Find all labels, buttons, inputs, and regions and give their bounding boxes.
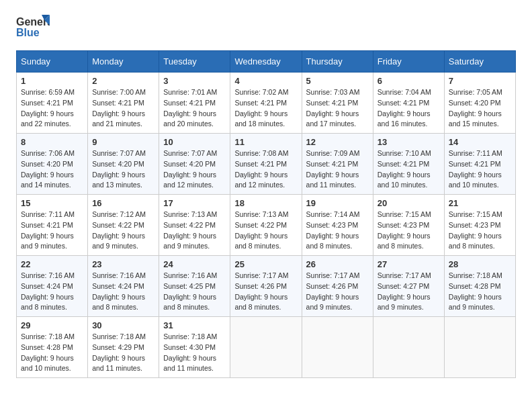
calendar-cell: 7 Sunrise: 7:05 AM Sunset: 4:20 PM Dayli… (444, 73, 515, 134)
day-info: Sunrise: 7:18 AM Sunset: 4:28 PM Dayligh… (21, 332, 83, 374)
day-info: Sunrise: 7:09 AM Sunset: 4:21 PM Dayligh… (306, 148, 369, 191)
calendar-cell (302, 317, 373, 378)
day-info: Sunrise: 7:02 AM Sunset: 4:21 PM Dayligh… (234, 87, 297, 130)
calendar-week-5: 29 Sunrise: 7:18 AM Sunset: 4:28 PM Dayl… (17, 317, 516, 378)
day-number: 18 (234, 198, 297, 208)
calendar-cell: 31 Sunrise: 7:18 AM Sunset: 4:30 PM Dayl… (159, 317, 230, 378)
day-info: Sunrise: 7:10 AM Sunset: 4:21 PM Dayligh… (378, 148, 440, 191)
calendar-table: SundayMondayTuesdayWednesdayThursdayFrid… (16, 50, 516, 378)
weekday-tuesday: Tuesday (159, 51, 230, 73)
day-info: Sunrise: 7:16 AM Sunset: 4:24 PM Dayligh… (21, 271, 83, 313)
calendar-cell: 3 Sunrise: 7:01 AM Sunset: 4:21 PM Dayli… (159, 73, 230, 134)
day-info: Sunrise: 7:17 AM Sunset: 4:26 PM Dayligh… (306, 271, 369, 313)
day-number: 20 (378, 198, 440, 208)
day-number: 23 (92, 259, 154, 269)
calendar-cell: 30 Sunrise: 7:18 AM Sunset: 4:29 PM Dayl… (88, 317, 159, 378)
calendar-cell: 23 Sunrise: 7:16 AM Sunset: 4:24 PM Dayl… (88, 256, 159, 317)
day-info: Sunrise: 7:16 AM Sunset: 4:25 PM Dayligh… (163, 271, 226, 313)
day-number: 17 (163, 198, 226, 208)
calendar-cell (444, 317, 515, 378)
day-info: Sunrise: 7:03 AM Sunset: 4:21 PM Dayligh… (306, 87, 369, 130)
day-number: 5 (306, 76, 369, 86)
calendar-cell: 8 Sunrise: 7:06 AM Sunset: 4:20 PM Dayli… (17, 134, 88, 195)
day-info: Sunrise: 7:05 AM Sunset: 4:20 PM Dayligh… (449, 87, 511, 130)
day-info: Sunrise: 7:17 AM Sunset: 4:27 PM Dayligh… (378, 271, 440, 313)
day-info: Sunrise: 7:00 AM Sunset: 4:21 PM Dayligh… (92, 87, 154, 130)
day-number: 21 (449, 198, 511, 208)
page-header: General Blue (16, 13, 516, 46)
day-number: 25 (234, 259, 297, 269)
day-info: Sunrise: 7:14 AM Sunset: 4:23 PM Dayligh… (306, 210, 369, 252)
day-info: Sunrise: 7:06 AM Sunset: 4:20 PM Dayligh… (21, 148, 83, 191)
calendar-week-1: 1 Sunrise: 6:59 AM Sunset: 4:21 PM Dayli… (17, 73, 516, 134)
day-number: 13 (378, 137, 440, 147)
day-number: 7 (449, 76, 511, 86)
weekday-sunday: Sunday (17, 51, 88, 73)
calendar-cell: 9 Sunrise: 7:07 AM Sunset: 4:20 PM Dayli… (88, 134, 159, 195)
svg-text:Blue: Blue (16, 27, 40, 38)
day-number: 16 (92, 198, 154, 208)
calendar-cell: 21 Sunrise: 7:15 AM Sunset: 4:23 PM Dayl… (444, 195, 515, 256)
day-number: 31 (163, 320, 226, 330)
day-info: Sunrise: 7:11 AM Sunset: 4:21 PM Dayligh… (21, 210, 83, 252)
day-number: 10 (163, 137, 226, 147)
logo: General Blue (16, 13, 50, 46)
day-number: 1 (21, 76, 83, 86)
calendar-cell (230, 317, 302, 378)
day-number: 9 (92, 137, 154, 147)
day-number: 2 (92, 76, 154, 86)
day-info: Sunrise: 7:07 AM Sunset: 4:20 PM Dayligh… (163, 148, 226, 191)
weekday-saturday: Saturday (444, 51, 515, 73)
day-number: 30 (92, 320, 154, 330)
calendar-body: 1 Sunrise: 6:59 AM Sunset: 4:21 PM Dayli… (17, 73, 516, 378)
day-info: Sunrise: 7:11 AM Sunset: 4:21 PM Dayligh… (449, 148, 511, 191)
day-number: 29 (21, 320, 83, 330)
calendar-cell: 20 Sunrise: 7:15 AM Sunset: 4:23 PM Dayl… (373, 195, 444, 256)
calendar-cell: 27 Sunrise: 7:17 AM Sunset: 4:27 PM Dayl… (373, 256, 444, 317)
calendar-week-2: 8 Sunrise: 7:06 AM Sunset: 4:20 PM Dayli… (17, 134, 516, 195)
day-info: Sunrise: 6:59 AM Sunset: 4:21 PM Dayligh… (21, 87, 83, 130)
day-info: Sunrise: 7:13 AM Sunset: 4:22 PM Dayligh… (234, 210, 297, 252)
calendar-cell: 12 Sunrise: 7:09 AM Sunset: 4:21 PM Dayl… (302, 134, 373, 195)
calendar-cell: 6 Sunrise: 7:04 AM Sunset: 4:21 PM Dayli… (373, 73, 444, 134)
calendar-week-3: 15 Sunrise: 7:11 AM Sunset: 4:21 PM Dayl… (17, 195, 516, 256)
day-number: 6 (378, 76, 440, 86)
day-number: 22 (21, 259, 83, 269)
weekday-monday: Monday (88, 51, 159, 73)
day-number: 14 (449, 137, 511, 147)
day-number: 19 (306, 198, 369, 208)
day-number: 27 (378, 259, 440, 269)
weekday-friday: Friday (373, 51, 444, 73)
day-number: 24 (163, 259, 226, 269)
calendar-cell: 29 Sunrise: 7:18 AM Sunset: 4:28 PM Dayl… (17, 317, 88, 378)
day-number: 3 (163, 76, 226, 86)
calendar-cell: 22 Sunrise: 7:16 AM Sunset: 4:24 PM Dayl… (17, 256, 88, 317)
calendar-cell: 11 Sunrise: 7:08 AM Sunset: 4:21 PM Dayl… (230, 134, 302, 195)
day-info: Sunrise: 7:18 AM Sunset: 4:29 PM Dayligh… (92, 332, 154, 374)
day-info: Sunrise: 7:15 AM Sunset: 4:23 PM Dayligh… (378, 210, 440, 252)
calendar-cell: 24 Sunrise: 7:16 AM Sunset: 4:25 PM Dayl… (159, 256, 230, 317)
day-info: Sunrise: 7:16 AM Sunset: 4:24 PM Dayligh… (92, 271, 154, 313)
calendar-cell: 14 Sunrise: 7:11 AM Sunset: 4:21 PM Dayl… (444, 134, 515, 195)
day-number: 28 (449, 259, 511, 269)
weekday-header-row: SundayMondayTuesdayWednesdayThursdayFrid… (17, 51, 516, 73)
day-info: Sunrise: 7:13 AM Sunset: 4:22 PM Dayligh… (163, 210, 226, 252)
calendar-cell: 16 Sunrise: 7:12 AM Sunset: 4:22 PM Dayl… (88, 195, 159, 256)
calendar-cell: 5 Sunrise: 7:03 AM Sunset: 4:21 PM Dayli… (302, 73, 373, 134)
calendar-cell: 28 Sunrise: 7:18 AM Sunset: 4:28 PM Dayl… (444, 256, 515, 317)
calendar-cell: 18 Sunrise: 7:13 AM Sunset: 4:22 PM Dayl… (230, 195, 302, 256)
day-number: 12 (306, 137, 369, 147)
calendar-cell: 2 Sunrise: 7:00 AM Sunset: 4:21 PM Dayli… (88, 73, 159, 134)
calendar-cell: 19 Sunrise: 7:14 AM Sunset: 4:23 PM Dayl… (302, 195, 373, 256)
day-number: 11 (234, 137, 297, 147)
calendar-cell: 26 Sunrise: 7:17 AM Sunset: 4:26 PM Dayl… (302, 256, 373, 317)
calendar-cell: 4 Sunrise: 7:02 AM Sunset: 4:21 PM Dayli… (230, 73, 302, 134)
calendar-week-4: 22 Sunrise: 7:16 AM Sunset: 4:24 PM Dayl… (17, 256, 516, 317)
day-info: Sunrise: 7:15 AM Sunset: 4:23 PM Dayligh… (449, 210, 511, 252)
day-info: Sunrise: 7:12 AM Sunset: 4:22 PM Dayligh… (92, 210, 154, 252)
weekday-thursday: Thursday (302, 51, 373, 73)
calendar-cell: 17 Sunrise: 7:13 AM Sunset: 4:22 PM Dayl… (159, 195, 230, 256)
day-info: Sunrise: 7:18 AM Sunset: 4:28 PM Dayligh… (449, 271, 511, 313)
weekday-wednesday: Wednesday (230, 51, 302, 73)
calendar-cell: 1 Sunrise: 6:59 AM Sunset: 4:21 PM Dayli… (17, 73, 88, 134)
